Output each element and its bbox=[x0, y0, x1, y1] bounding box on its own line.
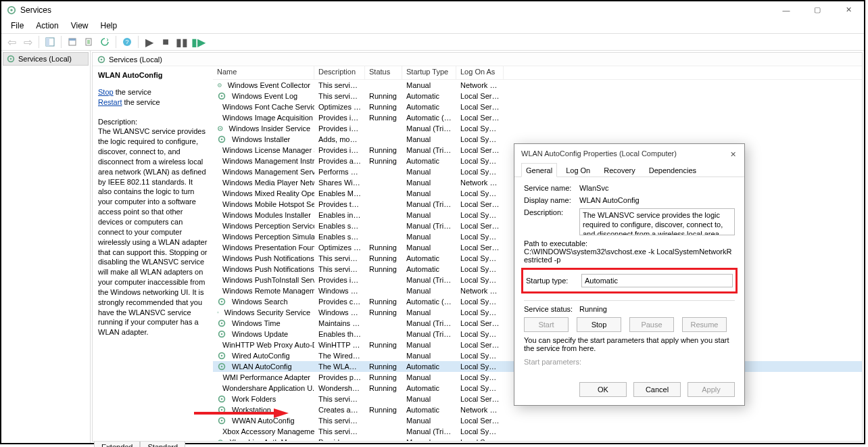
svc-desc: Enables spat... bbox=[314, 233, 365, 241]
tab-extended[interactable]: Extended bbox=[94, 442, 140, 447]
svc-desc: Enables inst... bbox=[314, 211, 365, 219]
svc-logon: Local Service bbox=[456, 319, 504, 327]
svc-status: Running bbox=[365, 103, 402, 111]
svc-stype: Automatic bbox=[402, 254, 456, 262]
svc-desc: Wondershar... bbox=[314, 384, 365, 392]
service-row[interactable]: Windows Event LogThis service ...Running… bbox=[213, 91, 862, 101]
menu-view[interactable]: View bbox=[66, 20, 94, 32]
pause-icon[interactable]: ▮▮ bbox=[174, 34, 189, 49]
nav-back-icon[interactable]: ⇦ bbox=[4, 34, 19, 49]
nav-fwd-icon[interactable]: ⇨ bbox=[20, 34, 35, 49]
svc-stype: Manual bbox=[402, 81, 456, 89]
gear-icon bbox=[217, 135, 226, 144]
service-row[interactable]: Windows Insider ServiceProvides infr...M… bbox=[213, 123, 862, 134]
tree-root[interactable]: Services (Local) bbox=[3, 52, 89, 66]
svc-name: Windows Management Serv... bbox=[222, 168, 314, 176]
menu-file[interactable]: File bbox=[5, 20, 29, 32]
svcstatus-val: Running bbox=[579, 305, 735, 313]
svc-logon: Local System bbox=[456, 362, 504, 371]
svg-point-12 bbox=[101, 58, 103, 60]
svc-stype: Manual (Trigg... bbox=[402, 330, 456, 338]
help-icon[interactable]: ? bbox=[120, 34, 135, 49]
gear-icon bbox=[217, 405, 226, 415]
svc-stype: Manual bbox=[402, 243, 456, 252]
svc-stype: Manual bbox=[402, 189, 456, 197]
services-icon bbox=[97, 55, 106, 64]
restart-icon[interactable]: ▮▶ bbox=[191, 34, 206, 49]
svc-name: Windows Font Cache Service bbox=[222, 103, 314, 111]
svc-logon: Local System bbox=[456, 189, 504, 197]
svc-logon: Local System bbox=[456, 233, 504, 241]
dispname-val: WLAN AutoConfig bbox=[579, 196, 735, 204]
export-icon[interactable] bbox=[81, 34, 96, 49]
service-row[interactable]: Windows Event CollectorThis service ...M… bbox=[213, 80, 862, 91]
play-icon[interactable]: ▶ bbox=[142, 34, 157, 49]
svg-point-72 bbox=[221, 398, 223, 400]
svc-desc: Provides ima... bbox=[314, 114, 365, 122]
svg-point-64 bbox=[221, 355, 223, 357]
dtab-logon[interactable]: Log On bbox=[561, 163, 595, 177]
service-row[interactable]: WorkstationCreates and ...RunningAutomat… bbox=[213, 404, 862, 415]
svc-stype: Automatic bbox=[402, 362, 456, 371]
menu-action[interactable]: Action bbox=[30, 20, 64, 32]
gear-icon bbox=[217, 308, 219, 317]
dtab-general[interactable]: General bbox=[521, 163, 557, 177]
svc-logon: Local System bbox=[456, 276, 504, 284]
svc-name: WinHTTP Web Proxy Auto-D... bbox=[222, 341, 314, 349]
svc-status: Running bbox=[365, 298, 402, 306]
col-logon[interactable]: Log On As bbox=[456, 66, 504, 79]
gear-icon bbox=[217, 362, 226, 371]
col-desc[interactable]: Description bbox=[314, 66, 365, 79]
service-row[interactable]: Xbox Live Auth ManagerProvides aut...Man… bbox=[213, 437, 862, 441]
svg-point-54 bbox=[221, 301, 223, 303]
svc-desc: Maintains d... bbox=[314, 319, 365, 327]
maximize-button[interactable]: ▢ bbox=[802, 1, 833, 18]
dtab-recovery[interactable]: Recovery bbox=[599, 163, 640, 177]
svc-desc: Optimizes p... bbox=[314, 243, 365, 252]
svc-stype: Automatic bbox=[402, 103, 456, 111]
refresh-icon[interactable] bbox=[97, 34, 112, 49]
startup-type-select[interactable]: Automatic bbox=[581, 274, 733, 287]
svc-name: Wired AutoConfig bbox=[232, 352, 290, 360]
btn-start[interactable]: Start bbox=[524, 317, 569, 332]
close-button[interactable]: ✕ bbox=[833, 1, 864, 18]
dialog-close-icon[interactable]: ✕ bbox=[725, 147, 740, 162]
tree-pane: Services (Local) bbox=[1, 51, 91, 443]
properties-icon[interactable] bbox=[65, 34, 80, 49]
col-name[interactable]: Name bbox=[213, 66, 314, 79]
svc-status: Running bbox=[365, 243, 402, 252]
svc-logon: Network Se... bbox=[456, 287, 504, 295]
svc-stype: Manual bbox=[402, 168, 456, 176]
service-row[interactable]: Windows Font Cache ServiceOptimizes p...… bbox=[213, 101, 862, 112]
service-row[interactable]: Xbox Accessory Managemen...This service … bbox=[213, 426, 862, 437]
svc-desc: Enables Mix... bbox=[314, 189, 365, 197]
svc-desc: Adds, modifi... bbox=[314, 135, 365, 143]
col-startup[interactable]: Startup Type bbox=[402, 66, 456, 79]
dtab-deps[interactable]: Dependencies bbox=[644, 163, 701, 177]
svc-stype: Manual bbox=[402, 438, 456, 441]
btn-resume[interactable]: Resume bbox=[682, 317, 727, 332]
dialog-title: WLAN AutoConfig Properties (Local Comput… bbox=[514, 144, 744, 163]
show-hide-tree-icon[interactable] bbox=[43, 34, 57, 49]
stop-icon[interactable]: ■ bbox=[158, 34, 173, 49]
service-row[interactable]: Windows Image Acquisition ...Provides im… bbox=[213, 112, 862, 123]
stop-link[interactable]: Stop bbox=[98, 88, 114, 96]
col-status[interactable]: Status bbox=[365, 66, 402, 79]
svg-point-74 bbox=[221, 409, 223, 411]
restart-link[interactable]: Restart bbox=[98, 98, 122, 106]
svc-logon: Local Service bbox=[456, 417, 504, 425]
svc-logon: Local System bbox=[456, 135, 504, 143]
btn-apply[interactable]: Apply bbox=[688, 382, 735, 397]
service-row[interactable]: WWAN AutoConfigThis service ...ManualLoc… bbox=[213, 415, 862, 426]
view-tabs: Extended Standard bbox=[94, 442, 185, 447]
svg-point-16 bbox=[221, 95, 223, 97]
btn-cancel[interactable]: Cancel bbox=[633, 382, 681, 397]
menu-help[interactable]: Help bbox=[95, 20, 123, 32]
btn-stop[interactable]: Stop bbox=[577, 317, 621, 332]
btn-ok[interactable]: OK bbox=[579, 382, 627, 397]
tab-standard[interactable]: Standard bbox=[140, 442, 185, 447]
desc-val[interactable]: The WLANSVC service provides the logic r… bbox=[579, 208, 735, 235]
svc-name: Windows Insider Service bbox=[229, 124, 310, 133]
btn-pause[interactable]: Pause bbox=[629, 317, 674, 332]
minimize-button[interactable]: — bbox=[771, 1, 802, 18]
